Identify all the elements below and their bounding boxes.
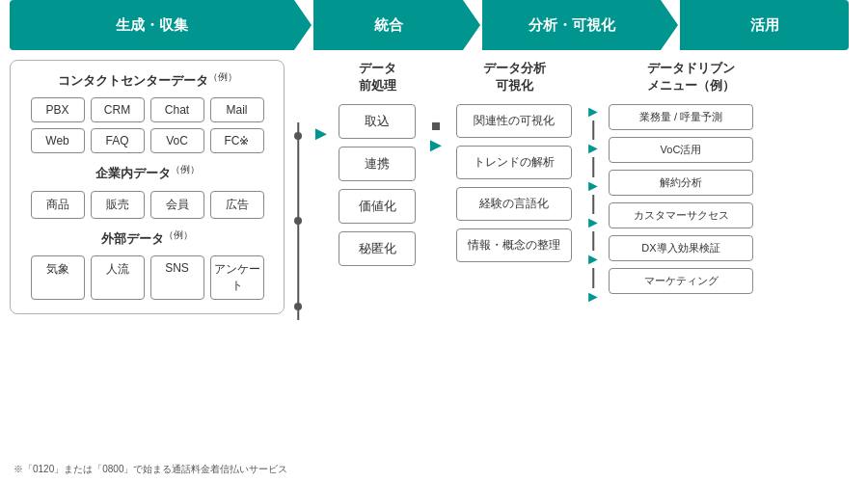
cell-chat: Chat (150, 97, 204, 122)
section-external: 外部データ（例） 気象 人流 SNS アンケート (20, 228, 274, 300)
cell-web: Web (31, 128, 85, 153)
middle-to-analysis-arrow: ► (425, 122, 447, 156)
right-item-3: カスタマーサクセス (609, 202, 753, 228)
right-arrow-2: ► (585, 140, 601, 157)
section-external-title: 外部データ（例） (20, 228, 274, 248)
cell-mail: Mail (210, 97, 264, 122)
cell-kaiin: 会員 (150, 191, 204, 219)
contact-row-2: Web FAQ VoC FC※ (20, 128, 274, 153)
middle-panel: データ 前処理 取込 連携 価値化 秘匿化 (329, 60, 425, 274)
cell-hanbai: 販売 (91, 191, 145, 219)
cell-shohin: 商品 (31, 191, 85, 219)
header-arrow-generate: 生成・収集 (10, 0, 294, 50)
right-arrow-3: ► (585, 177, 601, 195)
left-to-middle-connector (285, 94, 312, 349)
left-panel-wrapper: コンタクトセンターデータ（例） PBX CRM Chat Mail Web FA… (10, 60, 285, 314)
cell-faq: FAQ (91, 128, 145, 153)
middle-item-torikomi: 取込 (339, 104, 416, 139)
middle-item-renkei: 連携 (339, 147, 416, 181)
cell-pbx: PBX (31, 97, 85, 122)
middle-item-kachika: 価値化 (339, 189, 416, 224)
right-arrow-1: ► (585, 103, 601, 120)
section-contact-title: コンタクトセンターデータ（例） (20, 70, 274, 90)
header-arrow-integrate: 統合 (313, 0, 463, 50)
cell-kisho: 気象 (31, 255, 85, 300)
connector-dot-1 (294, 132, 302, 140)
header-arrow-analyze: 分析・可視化 (482, 0, 661, 50)
cell-jinryu: 人流 (91, 255, 145, 300)
contact-row-1: PBX CRM Chat Mail (20, 97, 274, 122)
cell-sns: SNS (150, 255, 204, 300)
left-panel: コンタクトセンターデータ（例） PBX CRM Chat Mail Web FA… (10, 60, 285, 314)
connector-dot-2 (294, 217, 302, 225)
cell-fc: FC※ (210, 128, 264, 153)
analysis-item-keiken: 経験の言語化 (456, 187, 572, 221)
analysis-item-trend: トレンドの解析 (456, 146, 572, 179)
analysis-item-kanren: 関連性の可視化 (456, 104, 572, 138)
middle-dot (432, 122, 440, 130)
external-row-1: 気象 人流 SNS アンケート (20, 255, 274, 300)
main-content: コンタクトセンターデータ（例） PBX CRM Chat Mail Web FA… (0, 60, 868, 349)
internal-row-1: 商品 販売 会員 広告 (20, 191, 274, 219)
right-item-4: DX導入効果検証 (609, 235, 753, 261)
arrow-to-middle: ► (312, 122, 329, 145)
right-arrow-6: ► (585, 288, 601, 306)
footnote: ※「0120」または「0800」で始まる通話料金着信払いサービス (14, 463, 288, 476)
right-arrow-4: ► (585, 214, 601, 231)
analysis-item-joho: 情報・概念の整理 (456, 228, 572, 262)
middle-item-himitsu: 秘匿化 (339, 231, 416, 266)
right-panel: データドリブン メニュー（例） 業務量 / 呼量予測 VoC活用 解約分析 カス… (605, 60, 773, 301)
analysis-to-right-connector: ► ► ► ► ► ► (582, 94, 605, 315)
cell-anketo: アンケート (210, 255, 264, 300)
header-row: 生成・収集 統合 分析・可視化 活用 (10, 0, 858, 50)
section-contact-center: コンタクトセンターデータ（例） PBX CRM Chat Mail Web FA… (20, 70, 274, 153)
header-arrow-apply: 活用 (680, 0, 849, 50)
cell-voc: VoC (150, 128, 204, 153)
right-title: データドリブン メニュー（例） (609, 60, 773, 94)
main-container: 生成・収集 統合 分析・可視化 活用 コンタクトセンターデータ（例） PBX (0, 0, 868, 482)
analysis-title: データ分析 可視化 (483, 60, 546, 94)
right-item-2: 解約分析 (609, 170, 753, 196)
right-item-0: 業務量 / 呼量予測 (609, 104, 753, 130)
right-arrow-5: ► (585, 251, 601, 268)
connector-dot-3 (294, 303, 302, 310)
section-internal-title: 企業内データ（例） (20, 163, 274, 182)
section-internal: 企業内データ（例） 商品 販売 会員 広告 (20, 163, 274, 218)
cell-kokoku: 広告 (210, 191, 264, 219)
analysis-panel: データ分析 可視化 関連性の可視化 トレンドの解析 経験の言語化 情報・概念の整… (447, 60, 582, 270)
right-item-5: マーケティング (609, 268, 753, 294)
right-item-1: VoC活用 (609, 137, 753, 163)
middle-title: データ 前処理 (359, 60, 396, 94)
cell-crm: CRM (91, 97, 145, 122)
